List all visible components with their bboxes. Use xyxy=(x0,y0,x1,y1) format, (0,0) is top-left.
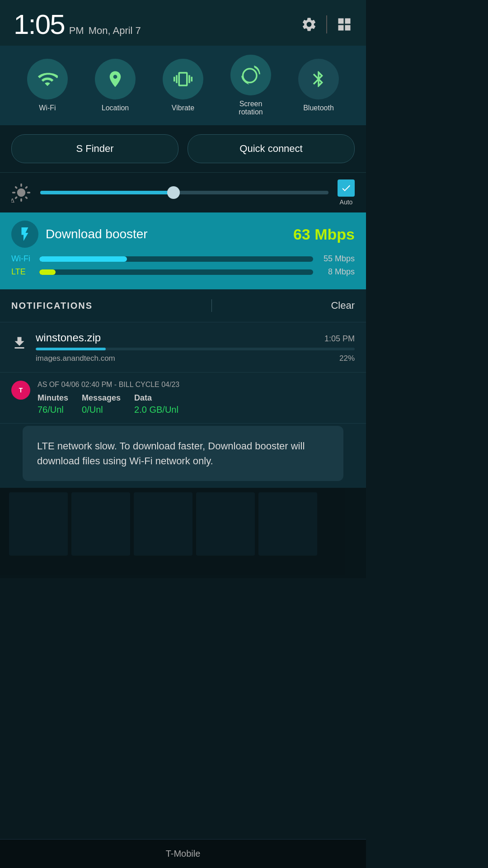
messages-value: 0/Unl xyxy=(82,405,121,415)
finder-bar: S Finder Quick connect xyxy=(0,125,366,172)
toggle-wifi-circle[interactable] xyxy=(27,59,68,99)
toggle-bluetooth-circle[interactable] xyxy=(298,59,339,99)
bill-cycle-title: AS OF 04/06 02:40 PM - BILL CYCLE 04/23 xyxy=(38,381,355,389)
slider-thumb[interactable] xyxy=(167,186,180,199)
background-apps xyxy=(0,488,366,578)
status-date: Mon, April 7 xyxy=(89,25,141,37)
booster-wifi-speed: 55 Mbps xyxy=(319,254,355,264)
bill-notification: T AS OF 04/06 02:40 PM - BILL CYCLE 04/2… xyxy=(0,373,366,424)
clear-notifications-button[interactable]: Clear xyxy=(331,300,355,311)
quick-connect-button[interactable]: Quick connect xyxy=(188,134,355,163)
clock-time: 1:05 xyxy=(14,8,65,40)
booster-lte-speed: 8 Mbps xyxy=(319,267,355,277)
bill-content: AS OF 04/06 02:40 PM - BILL CYCLE 04/23 … xyxy=(38,381,355,415)
bg-app-3 xyxy=(134,492,192,556)
auto-check-box[interactable] xyxy=(338,179,355,197)
toggle-vibrate-label: Vibrate xyxy=(172,104,194,112)
auto-brightness-toggle[interactable]: Auto xyxy=(338,179,355,206)
s-finder-button[interactable]: S Finder xyxy=(11,134,178,163)
booster-header: Download booster 63 Mbps xyxy=(11,221,355,248)
bill-data: Data 2.0 GB/Unl xyxy=(134,393,178,415)
toggle-bluetooth[interactable]: Bluetooth xyxy=(298,59,339,112)
brightness-icon: A xyxy=(11,183,31,203)
brightness-bar: A Auto xyxy=(0,172,366,212)
booster-wifi-fill xyxy=(39,256,127,262)
toggle-vibrate[interactable]: Vibrate xyxy=(163,59,203,112)
notif-row3: images.anandtech.com 22% xyxy=(36,354,355,363)
bill-columns: Minutes 76/Unl Messages 0/Unl Data 2.0 G… xyxy=(38,393,355,415)
carrier-name: T-Mobile xyxy=(166,849,201,859)
download-source: images.anandtech.com xyxy=(36,354,115,363)
toggle-rotation-circle[interactable] xyxy=(230,55,271,95)
grid-icon[interactable] xyxy=(336,16,352,33)
tmobile-icon: T xyxy=(11,381,30,400)
booster-wifi-label: Wi-Fi xyxy=(11,254,34,264)
notif-row1: winstones.zip 1:05 PM xyxy=(36,331,355,344)
booster-left: Download booster xyxy=(11,221,148,248)
slider-fill xyxy=(40,191,173,194)
toggle-bluetooth-label: Bluetooth xyxy=(303,104,334,112)
booster-wifi-row: Wi-Fi 55 Mbps xyxy=(11,254,355,264)
download-filename: winstones.zip xyxy=(36,331,101,344)
download-percent: 22% xyxy=(339,354,355,363)
download-time: 1:05 PM xyxy=(324,334,355,344)
booster-lte-label: LTE xyxy=(11,267,34,277)
status-icons xyxy=(301,15,352,33)
quick-toggles: Wi-Fi Location Vibrate Screen rotation xyxy=(0,46,366,125)
brightness-slider-container[interactable] xyxy=(40,186,328,199)
booster-wifi-bar xyxy=(39,256,313,262)
toggle-location-label: Location xyxy=(102,104,129,112)
booster-lte-row: LTE 8 Mbps xyxy=(11,267,355,277)
notifications-header: NOTIFICATIONS Clear xyxy=(0,289,366,322)
download-booster-panel: Download booster 63 Mbps Wi-Fi 55 Mbps L… xyxy=(0,212,366,289)
clock-ampm: PM xyxy=(69,25,84,37)
download-booster-tooltip: LTE network slow. To download faster, Do… xyxy=(23,426,343,481)
booster-lte-bar xyxy=(39,269,313,275)
toggle-wifi-label: Wi-Fi xyxy=(39,104,56,112)
bottom-bar: T-Mobile xyxy=(0,839,366,868)
download-icon xyxy=(11,335,28,355)
slider-track xyxy=(40,191,328,194)
notifications-title: NOTIFICATIONS xyxy=(11,301,93,311)
svg-text:A: A xyxy=(11,197,15,203)
data-header: Data xyxy=(134,393,178,403)
bg-app-1 xyxy=(9,492,68,556)
status-divider xyxy=(326,15,327,33)
bg-app-2 xyxy=(71,492,130,556)
settings-icon[interactable] xyxy=(301,16,317,33)
bg-app-5 xyxy=(258,492,317,556)
minutes-value: 76/Unl xyxy=(38,405,68,415)
status-bar: 1:05 PM Mon, April 7 xyxy=(0,0,366,46)
toggle-wifi[interactable]: Wi-Fi xyxy=(27,59,68,112)
minutes-header: Minutes xyxy=(38,393,68,403)
booster-speed: 63 Mbps xyxy=(293,226,355,243)
toggle-location-circle[interactable] xyxy=(95,59,136,99)
bg-app-4 xyxy=(196,492,255,556)
booster-lte-fill xyxy=(39,269,56,275)
download-notif-content: winstones.zip 1:05 PM images.anandtech.c… xyxy=(36,331,355,363)
tooltip-text: LTE network slow. To download faster, Do… xyxy=(37,440,305,467)
bill-messages: Messages 0/Unl xyxy=(82,393,121,415)
bill-minutes: Minutes 76/Unl xyxy=(38,393,68,415)
messages-header: Messages xyxy=(82,393,121,403)
data-value: 2.0 GB/Unl xyxy=(134,405,178,415)
toggle-location[interactable]: Location xyxy=(95,59,136,112)
download-notification: winstones.zip 1:05 PM images.anandtech.c… xyxy=(0,322,366,373)
toggle-screen-rotation[interactable]: Screen rotation xyxy=(230,55,271,116)
toggle-vibrate-circle[interactable] xyxy=(163,59,203,99)
download-progress-fill xyxy=(36,348,106,350)
notif-header-divider xyxy=(211,299,212,312)
booster-title: Download booster xyxy=(46,227,148,241)
tooltip-wrapper: LTE network slow. To download faster, Do… xyxy=(0,424,366,488)
download-progress-bar xyxy=(36,348,355,350)
booster-icon xyxy=(11,221,38,248)
auto-label: Auto xyxy=(340,198,353,206)
toggle-rotation-label: Screen rotation xyxy=(239,100,263,116)
status-time: 1:05 PM Mon, April 7 xyxy=(14,8,141,40)
